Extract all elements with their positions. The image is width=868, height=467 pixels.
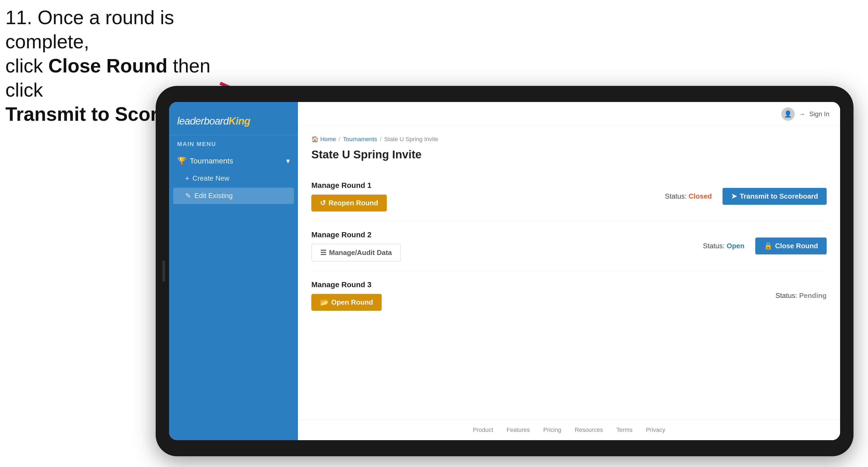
reopen-round-label: Reopen Round xyxy=(329,199,378,207)
footer-pricing[interactable]: Pricing xyxy=(543,427,561,433)
round-2-status: Status: Open xyxy=(703,242,745,250)
open-round-button[interactable]: 📂 Open Round xyxy=(311,294,382,311)
tablet-side-button xyxy=(162,260,165,282)
signin-icon: → xyxy=(799,110,805,118)
sidebar: leaderboardKing MAIN MENU 🏆 Tournaments … xyxy=(169,102,298,440)
home-icon: 🏠 xyxy=(311,136,318,143)
manage-audit-button[interactable]: ☰ Manage/Audit Data xyxy=(311,244,401,261)
sidebar-create-new[interactable]: + Create New xyxy=(169,170,298,187)
content-area: 🏠 Home / Tournaments / State U Spring In… xyxy=(298,126,840,419)
main-menu-label: MAIN MENU xyxy=(169,141,298,152)
instruction-bold1: Close Round xyxy=(48,55,167,76)
footer-terms[interactable]: Terms xyxy=(617,427,632,433)
breadcrumb-current: State U Spring Invite xyxy=(384,136,438,143)
transmit-icon: ➤ xyxy=(731,192,737,200)
footer-product[interactable]: Product xyxy=(473,427,493,433)
round-3-status: Status: Pending xyxy=(775,291,827,300)
logo-king: King xyxy=(229,116,250,127)
transmit-label: Transmit to Scoreboard xyxy=(740,192,818,200)
sign-in-area[interactable]: 👤 → Sign In xyxy=(781,107,829,121)
tablet-screen: leaderboardKing MAIN MENU 🏆 Tournaments … xyxy=(169,102,840,440)
round-3-title: Manage Round 3 xyxy=(311,280,382,289)
tournaments-icon: 🏆 xyxy=(177,156,187,165)
round-3-left: Manage Round 3 📂 Open Round xyxy=(311,280,382,311)
round-3-right: Status: Pending xyxy=(775,291,827,300)
round-2-status-value: Open xyxy=(726,242,744,250)
breadcrumb-home-link[interactable]: Home xyxy=(320,136,336,143)
reopen-icon: ↺ xyxy=(320,199,326,207)
open-round-label: Open Round xyxy=(331,298,373,307)
breadcrumb-tournaments-link[interactable]: Tournaments xyxy=(343,136,377,143)
create-new-label: Create New xyxy=(192,174,229,183)
create-icon: + xyxy=(185,174,189,183)
round-3-section: Manage Round 3 📂 Open Round Status: Pend… xyxy=(311,271,827,320)
round-1-status-value: Closed xyxy=(688,192,712,200)
breadcrumb-home: 🏠 Home xyxy=(311,136,336,143)
round-3-status-value: Pending xyxy=(799,291,827,300)
tablet-device: leaderboardKing MAIN MENU 🏆 Tournaments … xyxy=(156,86,854,456)
open-icon: 📂 xyxy=(320,298,329,307)
breadcrumb: 🏠 Home / Tournaments / State U Spring In… xyxy=(311,136,827,143)
round-1-left: Manage Round 1 ↺ Reopen Round xyxy=(311,181,387,212)
instruction-line1: 11. Once a round is complete, xyxy=(5,7,174,52)
close-round-button[interactable]: 🔒 Close Round xyxy=(755,238,827,254)
sidebar-edit-existing[interactable]: ✎ Edit Existing xyxy=(173,188,294,204)
logo-area: leaderboardKing xyxy=(169,110,298,135)
footer-features[interactable]: Features xyxy=(506,427,530,433)
user-icon: 👤 xyxy=(784,110,792,118)
transmit-to-scoreboard-button[interactable]: ➤ Transmit to Scoreboard xyxy=(722,188,827,205)
lock-icon: 🔒 xyxy=(764,242,772,250)
round-1-status: Status: Closed xyxy=(665,192,712,200)
sidebar-tournaments-label: Tournaments xyxy=(190,157,233,165)
sign-in-label[interactable]: Sign In xyxy=(809,110,829,118)
page-title: State U Spring Invite xyxy=(311,148,827,161)
edit-existing-label: Edit Existing xyxy=(194,192,233,200)
round-2-title: Manage Round 2 xyxy=(311,230,401,239)
footer-privacy[interactable]: Privacy xyxy=(646,427,665,433)
round-1-title: Manage Round 1 xyxy=(311,181,387,190)
chevron-down-icon: ▾ xyxy=(286,156,290,165)
logo-leaderboard: leaderboard xyxy=(177,116,229,127)
sidebar-item-tournaments[interactable]: 🏆 Tournaments ▾ xyxy=(169,152,298,170)
round-2-left: Manage Round 2 ☰ Manage/Audit Data xyxy=(311,230,401,261)
avatar: 👤 xyxy=(781,107,795,121)
footer-resources[interactable]: Resources xyxy=(575,427,603,433)
app-logo: leaderboardKing xyxy=(177,116,290,127)
edit-icon: ✎ xyxy=(185,192,191,200)
round-1-section: Manage Round 1 ↺ Reopen Round Status: Cl… xyxy=(311,172,827,221)
top-bar: 👤 → Sign In xyxy=(298,102,840,126)
main-content: 👤 → Sign In 🏠 Home / xyxy=(298,102,840,440)
audit-icon: ☰ xyxy=(320,249,327,257)
app-layout: leaderboardKing MAIN MENU 🏆 Tournaments … xyxy=(169,102,840,440)
round-2-right: Status: Open 🔒 Close Round xyxy=(703,238,827,254)
footer: Product Features Pricing Resources Terms… xyxy=(298,419,840,440)
manage-audit-label: Manage/Audit Data xyxy=(329,249,392,257)
reopen-round-button[interactable]: ↺ Reopen Round xyxy=(311,195,387,212)
round-1-right: Status: Closed ➤ Transmit to Scoreboard xyxy=(665,188,827,205)
breadcrumb-sep1: / xyxy=(339,136,340,143)
breadcrumb-sep2: / xyxy=(380,136,381,143)
close-round-label: Close Round xyxy=(775,242,818,250)
round-2-section: Manage Round 2 ☰ Manage/Audit Data Statu… xyxy=(311,221,827,271)
